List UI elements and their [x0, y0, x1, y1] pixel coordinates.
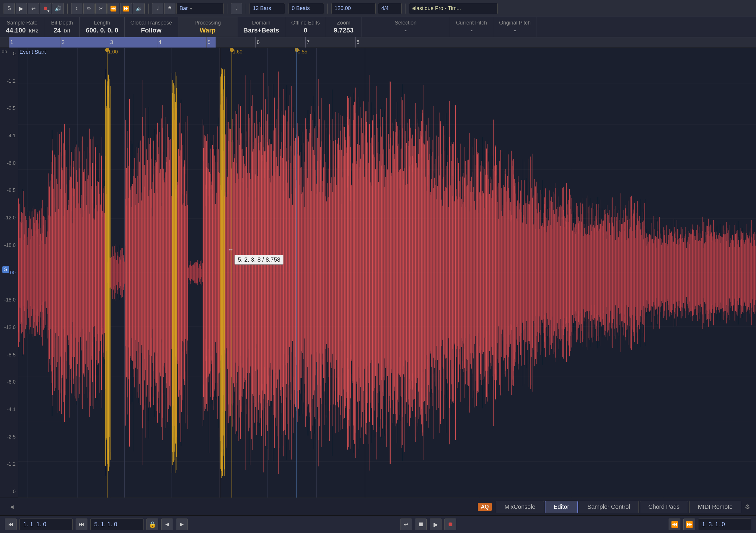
sample-rate-value: 44.100 kHz [6, 27, 38, 34]
sep5 [328, 4, 328, 13]
position-right-value: 5. 1. 1. 0 [94, 521, 117, 528]
position-left-value: 1. 1. 1. 0 [23, 521, 46, 528]
selection-section: Selection - [362, 17, 450, 37]
warp-label-1: 1.00 [108, 49, 118, 55]
db-1-2-top: -1.2 [2, 78, 16, 84]
main-area: db 0 -1.2 -2.5 -4.1 -6.0 -8.5 -12.0 -18.… [0, 48, 756, 497]
db-scale: db 0 -1.2 -2.5 -4.1 -6.0 -8.5 -12.0 -18.… [0, 48, 18, 497]
bars-value: 13 Bars [253, 5, 271, 12]
warp-marker-2[interactable]: 1.60 [231, 48, 232, 497]
global-transpose-label: Global Transpose [130, 20, 172, 26]
tab-gear-icon[interactable]: ⚙ [745, 503, 750, 510]
record-transport-btn[interactable]: ⏺ [445, 519, 456, 530]
warp-marker-1[interactable]: 1.00 [107, 48, 107, 497]
bpm-display[interactable]: 120.00 [331, 3, 376, 14]
forward-transport-btn[interactable]: ⏩ [683, 519, 695, 530]
selection-label: Selection [395, 20, 417, 26]
db-header: db [2, 49, 7, 54]
bar-label: Bar [179, 5, 188, 12]
timesig-display[interactable]: 4/4 [378, 3, 402, 14]
cursor-btn[interactable]: ↕ [71, 3, 82, 14]
tab-editor[interactable]: Editor [545, 501, 578, 513]
tab-mixconsole[interactable]: MixConsole [496, 501, 544, 513]
speaker-btn[interactable]: 🔊 [52, 3, 64, 14]
tab-sampler-control[interactable]: Sampler Control [579, 501, 639, 513]
solo-button[interactable]: S [2, 266, 9, 273]
ruler-mark-5: 5 [206, 37, 210, 47]
mode-value: elastique Pro - Tim... [412, 5, 461, 12]
tab-midi-remote[interactable]: MIDI Remote [689, 501, 741, 513]
end-position-display[interactable]: 1. 3. 1. 0 [698, 519, 751, 530]
domain-value: Bars+Beats [243, 27, 279, 34]
warp-label-2: 1.60 [233, 49, 242, 55]
tab-chord-pads[interactable]: Chord Pads [640, 501, 688, 513]
ruler-mark-1: 1 [9, 37, 13, 47]
db-12-top: -12.0 [2, 215, 16, 221]
toolbar-edit-group: ↕ ✏ ✂ ⏪ ⏩ 🔉 [71, 3, 145, 14]
time-sig-value: 4/4 [381, 5, 389, 12]
arr2-btn[interactable]: ► [176, 519, 188, 530]
toolbar-grid-group: ♩ # Bar ▼ [152, 3, 224, 14]
rewind-tool-btn[interactable]: ⏪ [107, 3, 119, 14]
bit-depth-label: Bit Depth [51, 20, 73, 26]
go-end-btn[interactable]: ⏭ [76, 519, 87, 530]
waveform-area[interactable]: Event Start 1.00 1.60 0.55 ↔ 5. 2. 3. 8 … [18, 48, 756, 497]
info-bar: Sample Rate 44.100 kHz Bit Depth 24 bit … [0, 17, 756, 37]
global-transpose-section: Global Transpose Follow [124, 17, 178, 37]
play-btn[interactable]: ▶ [16, 3, 27, 14]
zoom-section: Zoom 9.7253 [326, 17, 362, 37]
record-btn[interactable]: ⏺ ▼ [40, 3, 51, 14]
db-2-5-bot: -2.5 [2, 434, 16, 440]
original-pitch-value: - [514, 27, 516, 34]
ruler: 12345678 [0, 37, 756, 48]
current-pitch-section: Current Pitch - [450, 17, 493, 37]
selection-line-right [296, 48, 297, 497]
ruler-mark-3: 3 [109, 37, 113, 47]
rewind-transport-btn[interactable]: ⏪ [669, 519, 680, 530]
offline-edits-section: Offline Edits 0 [285, 17, 326, 37]
play-transport-btn[interactable]: ▶ [430, 519, 442, 530]
db-4-1-bot: -4.1 [2, 407, 16, 413]
selection-value: - [405, 27, 407, 34]
event-start-label: Event Start [19, 49, 46, 55]
ruler-mark-8: 8 [355, 37, 359, 47]
domain-section: Domain Bars+Beats [237, 17, 285, 37]
skype-btn[interactable]: S [4, 3, 15, 14]
undo-transport-btn[interactable]: ↩ [400, 519, 412, 530]
note-btn[interactable]: ♩ [152, 3, 163, 14]
sample-rate-section: Sample Rate 44.100 kHz [0, 17, 44, 37]
bottom-transport: ⏮ 1. 1. 1. 0 ⏭ 5. 1. 1. 0 🔒 ◄ ► ↩ ⏹ ▶ ⏺ … [0, 515, 756, 533]
drag-cursor: ↔ [228, 246, 234, 253]
eraser-btn[interactable]: ✂ [95, 3, 107, 14]
stop-btn[interactable]: ⏹ [415, 519, 427, 530]
volume-btn[interactable]: 🔉 [133, 3, 145, 14]
ruler-mark-7: 7 [305, 37, 310, 47]
db-4-1-top: -4.1 [2, 133, 16, 139]
pencil-btn[interactable]: ✏ [83, 3, 94, 14]
lock-display[interactable]: 🔒 [147, 519, 158, 530]
undo-btn[interactable]: ↩ [28, 3, 39, 14]
mode-display[interactable]: elastique Pro - Tim... [409, 3, 498, 14]
beats-value: 0 Beats [292, 5, 310, 12]
original-pitch-section: Original Pitch - [493, 17, 537, 37]
bpm-value: 120.00 [335, 5, 351, 12]
sep4 [246, 4, 246, 13]
beats-display[interactable]: 0 Beats [288, 3, 324, 14]
offline-edits-label: Offline Edits [291, 20, 320, 26]
bar-display[interactable]: Bar ▼ [176, 3, 224, 14]
bit-depth-section: Bit Depth 24 bit [44, 17, 80, 37]
loop-btn[interactable]: ⏩ [120, 3, 132, 14]
metronome-btn[interactable]: ♩ [231, 3, 242, 14]
length-value: 600. 0. 0. 0 [86, 27, 118, 34]
position-right-display[interactable]: 5. 1. 1. 0 [90, 519, 144, 530]
ruler-mark-2: 2 [61, 37, 65, 47]
arr1-btn[interactable]: ◄ [161, 519, 173, 530]
grid-btn[interactable]: # [164, 3, 176, 14]
position-left-display[interactable]: 1. 1. 1. 0 [19, 519, 73, 530]
bars-display[interactable]: 13 Bars [250, 3, 285, 14]
go-start-btn[interactable]: ⏮ [5, 519, 16, 530]
db-12-bot: -12.0 [2, 325, 16, 331]
bit-depth-value: 24 bit [54, 27, 70, 34]
tab-left-arrow[interactable]: ◄ [6, 502, 18, 512]
db-2-5-top: -2.5 [2, 105, 16, 111]
